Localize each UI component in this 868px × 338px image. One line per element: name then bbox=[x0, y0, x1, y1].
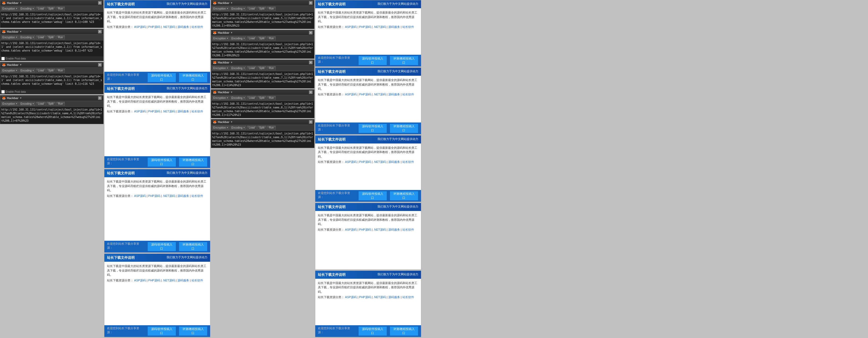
split-btn-5[interactable]: Split bbox=[257, 7, 266, 11]
cat-service-8[interactable]: 源码服务 bbox=[388, 228, 400, 231]
review-submit-btn-9[interactable]: 评测/教程投稿入口 bbox=[390, 326, 418, 336]
source-submit-btn-4[interactable]: 源码/软件投稿入口 bbox=[147, 326, 176, 336]
hackbar-content-7[interactable]: http://192.168.31.131/control/sqlinject/… bbox=[211, 71, 314, 88]
load-btn-8[interactable]: Load bbox=[247, 96, 256, 100]
cat-service-7[interactable]: 源码服务 bbox=[388, 160, 400, 163]
split-btn-7[interactable]: Split bbox=[257, 66, 266, 70]
cat-service-5[interactable]: 源码服务 bbox=[388, 25, 400, 28]
review-submit-btn-6[interactable]: 评测/教程投稿入口 bbox=[390, 124, 418, 133]
cat-software-8[interactable]: 站长软件 bbox=[402, 228, 414, 231]
hackbar-content-3[interactable]: http://192.168.31.131/control/sqlinject/… bbox=[0, 73, 103, 90]
cat-software-5[interactable]: 站长软件 bbox=[402, 25, 414, 28]
cat-service-3[interactable]: 源码服务 bbox=[178, 194, 189, 197]
cat-software-1[interactable]: 站长软件 bbox=[191, 25, 203, 28]
cat-service-1[interactable]: 源码服务 bbox=[178, 25, 189, 28]
encoding-dropdown-6[interactable]: Encoding ▼ bbox=[230, 36, 246, 40]
cat-php-3[interactable]: PHP源码 bbox=[148, 194, 160, 197]
post-data-checkbox-3[interactable]: Enable Post data bbox=[1, 90, 26, 94]
run-btn-8[interactable]: Run bbox=[267, 96, 276, 100]
encoding-dropdown-5[interactable]: Encoding ▼ bbox=[230, 7, 246, 11]
cat-asp-4[interactable]: ASP源码 bbox=[134, 279, 146, 282]
source-submit-btn-5[interactable]: 源码/软件投稿入口 bbox=[358, 56, 387, 65]
cat-software-4[interactable]: 站长软件 bbox=[191, 279, 203, 282]
post-data-input-2[interactable] bbox=[1, 57, 5, 60]
encoding-dropdown-7[interactable]: Encoding ▼ bbox=[230, 66, 246, 70]
encryption-dropdown-4[interactable]: Encryption ▼ bbox=[1, 102, 19, 106]
encryption-dropdown-1[interactable]: Encryption ▼ bbox=[1, 7, 19, 11]
load-btn-1[interactable]: Load bbox=[36, 7, 46, 11]
cat-software-9[interactable]: 站长软件 bbox=[402, 296, 414, 299]
encryption-dropdown-2[interactable]: Encryption ▼ bbox=[1, 35, 19, 39]
run-btn-1[interactable]: Run bbox=[56, 7, 65, 11]
encoding-dropdown-1[interactable]: Encoding ▼ bbox=[20, 7, 35, 11]
cat-net-1[interactable]: .NET源码 bbox=[162, 25, 175, 28]
review-submit-btn-1[interactable]: 评测/教程投稿入口 bbox=[179, 73, 208, 82]
cat-asp-2[interactable]: ASP源码 bbox=[134, 110, 146, 113]
encoding-dropdown-4[interactable]: Encoding ▼ bbox=[20, 102, 35, 106]
hackbar-close-2[interactable]: ✕ bbox=[98, 30, 102, 33]
encryption-dropdown-8[interactable]: Encryption ▼ bbox=[212, 96, 229, 100]
split-btn-9[interactable]: Split bbox=[257, 126, 266, 130]
encoding-dropdown-8[interactable]: Encoding ▼ bbox=[230, 96, 246, 100]
run-btn-5[interactable]: Run bbox=[267, 7, 276, 11]
cat-asp-6[interactable]: ASP源码 bbox=[345, 93, 357, 96]
hackbar-content-4[interactable]: http://192.168.31.131/control/sqlinject/… bbox=[0, 107, 103, 124]
load-btn-2[interactable]: Load bbox=[36, 35, 46, 39]
source-submit-btn-2[interactable]: 源码/软件投稿入口 bbox=[147, 157, 176, 167]
post-data-checkbox-2[interactable]: Enable Post data bbox=[1, 57, 26, 60]
hackbar-content-6[interactable]: http://192.168.31.131/control/sqlinject/… bbox=[211, 41, 314, 58]
hackbar-content-9[interactable]: http://192.168.31.131/control/sqlinject/… bbox=[211, 131, 314, 148]
cat-software-3[interactable]: 站长软件 bbox=[191, 194, 203, 197]
hackbar-close-3[interactable]: ✕ bbox=[98, 63, 102, 67]
encryption-dropdown-7[interactable]: Encryption ▼ bbox=[212, 66, 229, 70]
load-btn-7[interactable]: Load bbox=[247, 66, 256, 70]
cat-net-2[interactable]: .NET源码 bbox=[162, 110, 175, 113]
encryption-dropdown-6[interactable]: Encryption ▼ bbox=[212, 36, 229, 40]
cat-net-9[interactable]: .NET源码 bbox=[373, 296, 386, 299]
cat-php-6[interactable]: PHP源码 bbox=[359, 93, 371, 96]
review-submit-btn-2[interactable]: 评测/教程投稿入口 bbox=[179, 157, 208, 167]
hackbar-close-4[interactable]: ✕ bbox=[98, 96, 102, 100]
load-btn-9[interactable]: Load bbox=[247, 126, 256, 130]
cat-asp-3[interactable]: ASP源码 bbox=[134, 194, 146, 197]
review-submit-btn-5[interactable]: 评测/教程投稿入口 bbox=[390, 56, 418, 65]
hackbar-content-8[interactable]: http://192.168.31.131/control/sqlinject/… bbox=[211, 101, 314, 118]
cat-net-3[interactable]: .NET源码 bbox=[162, 194, 175, 197]
cat-net-6[interactable]: .NET源码 bbox=[373, 93, 386, 96]
hackbar-close-5[interactable]: ✕ bbox=[309, 1, 313, 5]
cat-service-9[interactable]: 源码服务 bbox=[388, 296, 400, 299]
cat-net-5[interactable]: .NET源码 bbox=[373, 25, 386, 28]
cat-software-2[interactable]: 站长软件 bbox=[191, 110, 203, 113]
encryption-dropdown-3[interactable]: Encryption ▼ bbox=[1, 68, 19, 72]
hackbar-close-6[interactable]: ✕ bbox=[309, 31, 313, 35]
source-submit-btn-3[interactable]: 源码/软件投稿入口 bbox=[147, 242, 176, 251]
hackbar-close-8[interactable]: ✕ bbox=[309, 90, 313, 94]
cat-asp-1[interactable]: ASP源码 bbox=[134, 25, 146, 28]
split-btn-6[interactable]: Split bbox=[257, 36, 266, 40]
cat-asp-8[interactable]: ASP源码 bbox=[345, 228, 357, 231]
split-btn-8[interactable]: Split bbox=[257, 96, 266, 100]
cat-asp-5[interactable]: ASP源码 bbox=[345, 25, 357, 28]
review-submit-btn-4[interactable]: 评测/教程投稿入口 bbox=[179, 326, 208, 336]
post-data-input-3[interactable] bbox=[1, 90, 5, 94]
cat-software-7[interactable]: 站长软件 bbox=[402, 160, 414, 163]
cat-asp-7[interactable]: ASP源码 bbox=[345, 160, 357, 163]
cat-php-1[interactable]: PHP源码 bbox=[148, 25, 160, 28]
encoding-dropdown-3[interactable]: Encoding ▼ bbox=[20, 68, 35, 72]
split-btn-3[interactable]: Split bbox=[46, 68, 55, 72]
load-btn-6[interactable]: Load bbox=[247, 36, 256, 40]
source-submit-btn-7[interactable]: 源码/软件投稿入口 bbox=[358, 191, 387, 201]
encoding-dropdown-2[interactable]: Encoding ▼ bbox=[20, 35, 35, 39]
cat-php-8[interactable]: PHP源码 bbox=[359, 228, 371, 231]
cat-service-2[interactable]: 源码服务 bbox=[178, 110, 189, 113]
review-submit-btn-3[interactable]: 评测/教程投稿入口 bbox=[179, 242, 208, 251]
cat-php-9[interactable]: PHP源码 bbox=[359, 296, 371, 299]
split-btn-2[interactable]: Split bbox=[46, 35, 55, 39]
cat-software-6[interactable]: 站长软件 bbox=[402, 93, 414, 96]
cat-service-4[interactable]: 源码服务 bbox=[178, 279, 189, 282]
hackbar-content-5[interactable]: http://192.168.31.131/control/sqlinject/… bbox=[211, 12, 314, 29]
review-submit-btn-7[interactable]: 评测/教程投稿入口 bbox=[390, 191, 418, 201]
cat-net-8[interactable]: .NET源码 bbox=[373, 228, 386, 231]
cat-php-4[interactable]: PHP源码 bbox=[148, 279, 160, 282]
run-btn-9[interactable]: Run bbox=[267, 126, 276, 130]
